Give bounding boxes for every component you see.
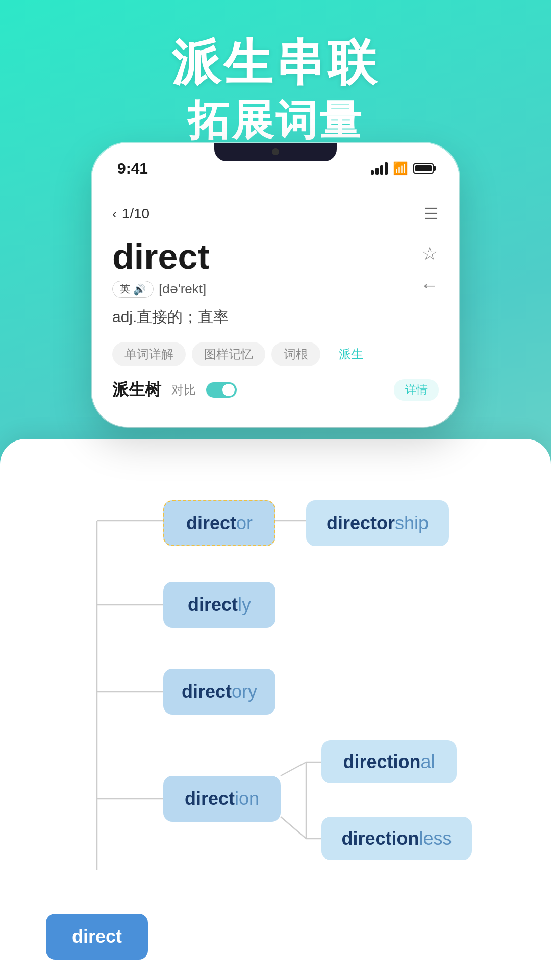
node-directionless[interactable]: directionless xyxy=(321,817,472,860)
battery-icon xyxy=(413,163,434,174)
tab-root[interactable]: 词根 xyxy=(271,342,320,366)
nav-bar: ‹ 1/10 ☰ xyxy=(112,194,439,229)
arrow-left-icon[interactable]: ← xyxy=(420,275,439,296)
node-director[interactable]: director xyxy=(163,500,276,546)
phone-content: ‹ 1/10 ☰ direct 英 🔊 [də'rekt] xyxy=(92,194,459,427)
star-icon[interactable]: ☆ xyxy=(421,243,438,264)
node-directorship-text: directorship xyxy=(327,512,429,534)
node-directional[interactable]: directional xyxy=(321,740,457,783)
camera xyxy=(272,148,279,155)
node-directorship[interactable]: directorship xyxy=(306,500,449,546)
status-time: 9:41 xyxy=(117,160,148,177)
node-directionless-text: directionless xyxy=(341,828,452,849)
tab-derivatives[interactable]: 派生 xyxy=(327,342,375,366)
word-main: direct 英 🔊 [də'rekt] xyxy=(112,239,420,298)
status-icons: 📶 xyxy=(371,161,434,176)
header-line1: 派生串联 xyxy=(0,31,551,97)
phone-frame-wrapper: 9:41 📶 ‹ 1/10 ☰ xyxy=(92,143,459,427)
page-indicator: 1/10 xyxy=(122,206,150,222)
language-badge[interactable]: 英 🔊 xyxy=(112,281,154,298)
node-direction-text: direction xyxy=(185,788,259,810)
word-icons: ☆ ← xyxy=(420,239,439,296)
compare-toggle[interactable] xyxy=(206,382,237,398)
wifi-icon: 📶 xyxy=(393,161,408,176)
section-title: 派生树 xyxy=(112,379,161,401)
section-left: 派生树 对比 xyxy=(112,379,237,401)
svg-line-6 xyxy=(281,762,306,776)
node-directory-text: directory xyxy=(182,681,257,702)
word-title: direct xyxy=(112,239,420,275)
node-directly-text: directly xyxy=(188,594,251,616)
tab-word-detail[interactable]: 单词详解 xyxy=(112,342,186,366)
tree-container: direct director directorship directly di… xyxy=(31,470,520,980)
header-section: 派生串联 拓展词量 xyxy=(0,31,551,149)
detail-button[interactable]: 详情 xyxy=(394,379,439,401)
node-directly[interactable]: directly xyxy=(163,582,276,628)
signal-icon xyxy=(371,162,388,175)
tree-lines-svg xyxy=(31,470,520,980)
sound-icon: 🔊 xyxy=(133,283,146,296)
node-directional-text: directional xyxy=(343,751,435,773)
node-director-text: director xyxy=(186,512,253,534)
header-line2: 拓展词量 xyxy=(0,93,551,149)
phone-frame: 9:41 📶 ‹ 1/10 ☰ xyxy=(92,143,459,427)
svg-line-8 xyxy=(281,817,306,839)
compare-label: 对比 xyxy=(171,382,196,398)
word-pronunciation: 英 🔊 [də'rekt] xyxy=(112,281,420,298)
node-directory[interactable]: directory xyxy=(163,669,276,715)
node-direction[interactable]: direction xyxy=(163,776,281,822)
tabs-row: 单词详解 图样记忆 词根 派生 xyxy=(112,342,439,366)
nav-left: ‹ 1/10 xyxy=(112,206,149,222)
back-chevron-icon[interactable]: ‹ xyxy=(112,206,117,222)
section-row: 派生树 对比 详情 xyxy=(112,379,439,401)
filter-icon[interactable]: ☰ xyxy=(424,204,439,224)
phonetic-text: [də'rekt] xyxy=(159,281,206,297)
status-bar: 9:41 📶 xyxy=(92,143,459,194)
word-header: direct 英 🔊 [də'rekt] ☆ ← xyxy=(112,239,439,298)
node-direct-text: direct xyxy=(72,926,122,947)
bottom-card: direct director directorship directly di… xyxy=(0,439,551,980)
word-definition: adj.直接的；直率 xyxy=(112,307,439,328)
tab-picture-memory[interactable]: 图样记忆 xyxy=(192,342,265,366)
language-label: 英 xyxy=(120,282,130,296)
node-direct[interactable]: direct xyxy=(46,914,148,960)
phone-notch xyxy=(214,143,337,161)
